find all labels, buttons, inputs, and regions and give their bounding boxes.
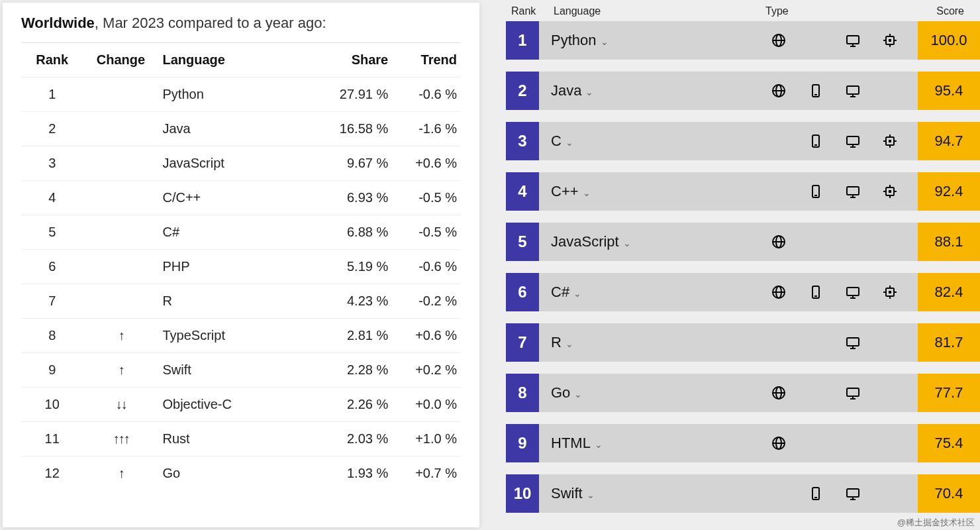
table-row: 9↑Swift2.28 %+0.2 % [21, 353, 461, 388]
row-body: Java⌄ [539, 72, 918, 110]
cell-language: Rust [159, 422, 310, 456]
cell-share: 2.03 % [310, 422, 393, 456]
globe-icon [760, 234, 797, 250]
score-cell: 95.4 [918, 72, 980, 110]
cell-language: JavaScript [159, 146, 310, 181]
type-icons [760, 133, 908, 149]
rank-badge: 8 [506, 374, 539, 412]
cell-share: 16.58 % [310, 112, 393, 146]
chevron-down-icon: ⌄ [585, 87, 593, 97]
score-cell: 70.4 [918, 474, 980, 513]
type-icons [760, 486, 908, 502]
language-cell[interactable]: R⌄ [551, 334, 760, 351]
language-label: HTML [551, 435, 591, 452]
rank-badge: 2 [506, 72, 539, 110]
score-cell: 88.1 [918, 223, 980, 261]
empty-icon-slot [871, 83, 908, 99]
cell-rank: 8 [21, 319, 83, 353]
chevron-down-icon: ⌄ [583, 187, 591, 198]
cell-rank: 11 [21, 422, 83, 456]
language-cell[interactable]: C#⌄ [551, 284, 760, 301]
score-row: 4C++⌄92.4 [506, 172, 980, 211]
cell-trend: +1.0 % [392, 422, 461, 456]
chevron-down-icon: ⌄ [587, 490, 595, 500]
title-bold: Worldwide [21, 15, 95, 31]
language-label: R [551, 334, 562, 351]
cell-trend: +0.0 % [392, 388, 461, 422]
cell-language: PHP [159, 250, 310, 284]
cell-change: ↑ [83, 353, 158, 388]
cell-trend: -0.5 % [392, 181, 461, 215]
rank-badge: 1 [506, 21, 539, 60]
cell-language: Swift [159, 353, 310, 388]
chevron-down-icon: ⌄ [595, 439, 603, 450]
row-body: Go⌄ [539, 374, 918, 412]
score-row: 10Swift⌄70.4 [506, 474, 980, 513]
col-change: Change [83, 43, 158, 78]
row-body: C⌄ [539, 122, 918, 160]
globe-icon [760, 284, 797, 300]
cell-trend: +0.2 % [392, 353, 461, 388]
rank-badge: 6 [506, 273, 539, 311]
language-cell[interactable]: Swift⌄ [551, 485, 760, 502]
language-cell[interactable]: C⌄ [551, 132, 760, 150]
language-cell[interactable]: C++⌄ [551, 183, 760, 200]
cell-share: 2.26 % [310, 388, 393, 422]
rank-badge: 7 [506, 323, 539, 362]
language-label: C# [551, 284, 569, 301]
col-language: Language [159, 43, 310, 78]
cell-trend: -1.6 % [392, 112, 461, 146]
rank-badge: 10 [506, 474, 539, 513]
language-cell[interactable]: Java⌄ [551, 82, 760, 99]
cell-language: Python [159, 78, 310, 112]
type-icons [760, 335, 908, 350]
score-cell: 92.4 [918, 172, 980, 211]
chevron-down-icon: ⌄ [574, 389, 582, 399]
cell-trend: -0.6 % [392, 250, 461, 284]
language-label: Go [551, 384, 570, 401]
row-body: Swift⌄ [539, 474, 918, 513]
cell-change: ↑ [83, 456, 158, 491]
score-row: 9HTML⌄75.4 [506, 424, 980, 462]
row-body: JavaScript⌄ [539, 223, 918, 261]
chevron-down-icon: ⌄ [573, 288, 581, 299]
table-row: 3JavaScript9.67 %+0.6 % [21, 146, 461, 181]
language-cell[interactable]: HTML⌄ [551, 435, 760, 452]
chip-icon [871, 284, 908, 300]
empty-icon-slot [760, 486, 797, 502]
cell-share: 6.88 % [310, 215, 393, 250]
empty-icon-slot [760, 133, 797, 149]
cell-rank: 3 [21, 146, 83, 181]
type-icons [760, 234, 908, 250]
score-cell: 77.7 [918, 374, 980, 412]
table-row: 7R4.23 %-0.2 % [21, 284, 461, 319]
cell-change: ↑ [83, 319, 158, 353]
empty-icon-slot [760, 184, 797, 199]
score-ranking-panel: Rank Language Type Score 1Python⌄100.02J… [506, 0, 980, 530]
language-cell[interactable]: JavaScript⌄ [551, 233, 760, 250]
language-cell[interactable]: Python⌄ [551, 32, 760, 49]
table-row: 5C#6.88 %-0.5 % [21, 215, 461, 250]
mobile-icon [797, 133, 834, 149]
worldwide-table: Rank Change Language Share Trend 1Python… [21, 42, 461, 490]
chip-icon [871, 32, 908, 48]
cell-trend: -0.6 % [392, 78, 461, 112]
mobile-icon [797, 184, 834, 199]
cell-language: Objective-C [159, 388, 310, 422]
cell-share: 2.81 % [310, 319, 393, 353]
cell-share: 2.28 % [310, 353, 393, 388]
cell-trend: +0.7 % [392, 456, 461, 491]
cell-change [83, 112, 158, 146]
cell-share: 1.93 % [310, 456, 393, 491]
table-row: 8↑TypeScript2.81 %+0.6 % [21, 319, 461, 353]
cell-share: 4.23 % [310, 284, 393, 319]
cell-share: 27.91 % [310, 78, 393, 112]
language-label: Swift [551, 485, 583, 502]
cell-trend: -0.5 % [392, 215, 461, 250]
cell-language: R [159, 284, 310, 319]
empty-icon-slot [871, 335, 908, 350]
language-cell[interactable]: Go⌄ [551, 384, 760, 401]
cell-change [83, 284, 158, 319]
table-row: 6PHP5.19 %-0.6 % [21, 250, 461, 284]
desktop-icon [834, 83, 871, 99]
